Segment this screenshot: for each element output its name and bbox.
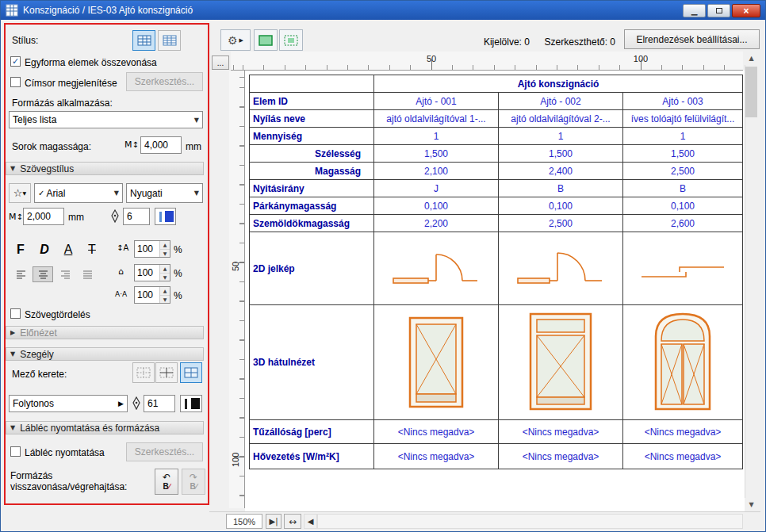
scroll-down-button[interactable]: ▼ [745,498,758,511]
close-button[interactable]: × [732,4,760,17]
border-inner-button[interactable] [155,362,178,383]
door-2d-symbol-cell-1[interactable] [374,232,499,305]
table-row[interactable]: Párkánymagasság 0,100 0,100 0,100 [250,197,743,215]
value-cell[interactable]: 0,100 [374,197,499,215]
value-cell[interactable]: íves tolóajtó felülvilágít... [623,110,743,128]
table-title-row[interactable]: Ajtó konszignáció [250,75,743,93]
vertical-scrollbar[interactable] [745,52,758,511]
text-height-input[interactable]: 2,000 [23,208,64,225]
apply-formatting-select[interactable]: Teljes lista ▼ [9,111,203,128]
horizontal-ruler[interactable]: 50 100 [231,52,743,71]
value-cell[interactable]: 2,200 [374,215,499,232]
row-label-cell[interactable]: Szélesség [250,145,374,163]
format-undo-button[interactable]: ↶ B∕ [155,469,178,495]
row-label-cell[interactable]: Elem ID [250,93,374,110]
value-cell[interactable]: Ajtó - 002 [499,93,623,110]
door-2d-symbol-cell-3[interactable] [623,232,743,305]
horizontal-scrollbar[interactable] [317,514,743,529]
table-row[interactable]: Magasság 2,100 2,400 2,500 [250,163,743,180]
show-header-checkbox[interactable] [10,77,21,87]
underline-button[interactable]: A [58,239,79,260]
scheme-settings-button[interactable]: ⚙ ▶ [220,29,251,51]
align-left-button[interactable] [10,266,31,282]
table-row-2d-symbols[interactable]: 2D jelkép [250,232,743,305]
value-cell[interactable]: <Nincs megadva> [374,420,499,444]
layout-settings-button[interactable]: Elrendezések beállításai... [624,29,760,49]
scroll-up-button[interactable]: ▲ [745,52,758,65]
row-label-cell[interactable]: Nyílás neve [250,110,374,128]
footer-print-checkbox[interactable] [10,446,21,457]
value-cell[interactable]: 0,100 [623,197,743,215]
fit-width-button[interactable]: ↔ [284,514,301,529]
font-script-select[interactable]: Nyugati ▼ [126,183,203,203]
value-cell[interactable]: 1,500 [499,145,623,163]
door-3d-view-cell-3[interactable] [623,305,743,420]
border-section-header[interactable]: ▼ Szegély [6,347,204,361]
border-pen-color-swatch[interactable] [180,395,202,412]
border-pen-input[interactable]: 61 [144,395,175,412]
minimize-button[interactable]: ▁ [683,4,706,17]
spinner-arrows[interactable]: ▲▼ [159,265,170,281]
border-all-button[interactable] [180,362,202,383]
value-cell[interactable]: 2,500 [623,163,743,180]
footer-section-header[interactable]: ▼ Lábléc nyomtatása és formázása [6,421,204,434]
value-cell[interactable]: <Nincs megadva> [499,420,623,444]
format-redo-button[interactable]: ↷ B∕ [182,469,205,495]
door-3d-view-cell-2[interactable] [499,305,623,420]
row-label-cell[interactable]: Szemöldökmagasság [250,215,374,232]
zoom-control[interactable]: 150% [226,514,262,529]
maximize-button[interactable] [707,4,730,17]
schedule-table[interactable]: Ajtó konszignáció Elem ID Ajtó - 001 Ajt… [249,75,743,469]
row-label-cell[interactable]: Mennyiség [250,128,374,145]
drawing-canvas[interactable]: Ajtó konszignáció Elem ID Ajtó - 001 Ajt… [245,71,745,511]
ruler-options-button[interactable]: ... [212,55,229,70]
font-family-select[interactable]: ✓ Arial ▼ [34,183,123,203]
table-row[interactable]: Mennyiség 1 1 1 [250,128,743,145]
text-wrap-checkbox[interactable] [10,308,21,319]
value-cell[interactable]: 1 [623,128,743,145]
favorites-button[interactable]: ☆▼ [9,183,31,203]
value-cell[interactable]: Ajtó - 001 [374,93,499,110]
bold-button[interactable]: F [10,239,31,260]
vertical-ruler[interactable]: 50 100 [229,71,245,508]
marquee-zone-button[interactable] [279,29,303,51]
value-cell[interactable]: 2,400 [499,163,623,180]
value-cell[interactable]: 1 [499,128,623,145]
table-row[interactable]: Nyitásirány J B B [250,180,743,197]
value-cell[interactable]: 1 [374,128,499,145]
row-label-cell[interactable]: Párkánymagasság [250,197,374,215]
value-cell[interactable]: 2,500 [499,215,623,232]
door-3d-view-cell-1[interactable] [374,305,499,420]
scroll-left-button[interactable]: ◀ [304,514,317,529]
value-cell[interactable]: 2,600 [623,215,743,232]
style-option-1-button[interactable] [132,30,155,51]
text-pen-color-swatch[interactable] [155,208,176,225]
value-cell[interactable]: J [374,180,499,197]
value-cell[interactable]: <Nincs megadva> [374,444,499,469]
table-row[interactable]: Tűzállóság [perc] <Nincs megadva> <Nincs… [250,420,743,444]
value-cell[interactable]: 2,100 [374,163,499,180]
value-cell[interactable]: 1,500 [623,145,743,163]
value-cell[interactable]: <Nincs megadva> [499,444,623,469]
tracking-input[interactable]: 100 ▲▼ [134,286,170,304]
value-cell[interactable]: <Nincs megadva> [623,420,743,444]
header-edit-button[interactable]: Szerkesztés... [126,72,203,91]
table-title-cell[interactable]: Ajtó konszignáció [374,75,743,93]
table-cell-empty[interactable] [250,75,374,93]
row-label-cell[interactable]: Nyitásirány [250,180,374,197]
table-row[interactable]: Szélesség 1,500 1,500 1,500 [250,145,743,163]
table-row[interactable]: Nyílás neve ajtó oldalvilágítóval 1-... … [250,110,743,128]
value-cell[interactable]: B [499,180,623,197]
value-cell[interactable]: ajtó oldalvilágítóval 1-... [374,110,499,128]
titlebar[interactable]: Konszignáció / IES-03 Ajtó konszignáció [1,1,765,20]
select-zone-button[interactable] [254,29,278,51]
row-label-cell[interactable]: 3D hátulnézet [250,305,374,420]
spinner-arrows[interactable]: ▲▼ [159,241,170,257]
row-label-cell[interactable]: Magasság [250,163,374,180]
value-cell[interactable]: Ajtó - 003 [623,93,743,110]
value-cell[interactable]: 1,500 [374,145,499,163]
text-style-section-header[interactable]: ▼ Szövegstílus [6,162,204,175]
door-2d-symbol-cell-2[interactable] [499,232,623,305]
row-label-cell[interactable]: Tűzállóság [perc] [250,420,374,444]
table-row[interactable]: Hővezetés [W/m²K] <Nincs megadva> <Nincs… [250,444,743,469]
